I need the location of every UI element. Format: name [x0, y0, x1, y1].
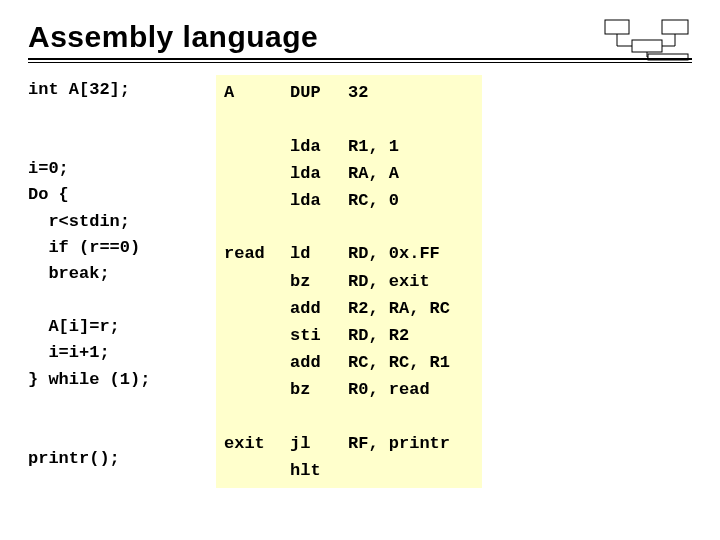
asm-row: readldRD, 0x.FF	[224, 240, 456, 267]
asm-opcode: lda	[290, 133, 348, 160]
asm-row	[224, 106, 456, 132]
asm-row: addR2, RA, RC	[224, 295, 456, 322]
asm-row: ldaRC, 0	[224, 187, 456, 214]
asm-row: addRC, RC, R1	[224, 349, 456, 376]
asm-row: bzR0, read	[224, 376, 456, 403]
svg-rect-0	[605, 20, 629, 34]
svg-rect-3	[648, 54, 688, 60]
asm-args	[348, 457, 456, 484]
asm-label	[224, 187, 290, 214]
asm-args: R2, RA, RC	[348, 295, 456, 322]
asm-opcode: lda	[290, 160, 348, 187]
asm-opcode: sti	[290, 322, 348, 349]
asm-opcode: jl	[290, 430, 348, 457]
svg-rect-2	[632, 40, 662, 52]
asm-opcode: hlt	[290, 457, 348, 484]
asm-opcode: DUP	[290, 79, 348, 106]
asm-opcode: bz	[290, 268, 348, 295]
computer-block-diagram-icon	[602, 18, 692, 62]
asm-row	[224, 404, 456, 430]
asm-args: RD, R2	[348, 322, 456, 349]
rule-thin	[28, 62, 692, 63]
asm-row: ldaR1, 1	[224, 133, 456, 160]
asm-label	[224, 322, 290, 349]
asm-args: RC, 0	[348, 187, 456, 214]
asm-opcode: ld	[290, 240, 348, 267]
source-code: int A[32]; i=0; Do { r<stdin; if (r==0) …	[28, 75, 198, 488]
asm-label	[224, 376, 290, 403]
asm-args: RD, 0x.FF	[348, 240, 456, 267]
asm-label	[224, 457, 290, 484]
asm-label	[224, 268, 290, 295]
slide: Assembly language int A[32]; i=0; Do { r…	[0, 0, 720, 540]
asm-label	[224, 295, 290, 322]
asm-row	[224, 214, 456, 240]
asm-label: exit	[224, 430, 290, 457]
asm-args: RD, exit	[348, 268, 456, 295]
asm-row: ADUP32	[224, 79, 456, 106]
asm-row: exitjlRF, printr	[224, 430, 456, 457]
asm-args: RF, printr	[348, 430, 456, 457]
asm-label	[224, 160, 290, 187]
slide-title: Assembly language	[28, 20, 692, 54]
asm-args: RC, RC, R1	[348, 349, 456, 376]
asm-args: RA, A	[348, 160, 456, 187]
asm-args: R0, read	[348, 376, 456, 403]
asm-args: R1, 1	[348, 133, 456, 160]
asm-args: 32	[348, 79, 456, 106]
asm-opcode: add	[290, 295, 348, 322]
asm-row: ldaRA, A	[224, 160, 456, 187]
asm-opcode: add	[290, 349, 348, 376]
asm-row: hlt	[224, 457, 456, 484]
asm-opcode: lda	[290, 187, 348, 214]
svg-rect-1	[662, 20, 688, 34]
asm-opcode: bz	[290, 376, 348, 403]
asm-label: read	[224, 240, 290, 267]
rule-thick	[28, 58, 692, 60]
asm-label: A	[224, 79, 290, 106]
asm-row: stiRD, R2	[224, 322, 456, 349]
assembly-table: ADUP32ldaR1, 1ldaRA, AldaRC, 0readldRD, …	[224, 79, 456, 484]
asm-row: bzRD, exit	[224, 268, 456, 295]
asm-label	[224, 133, 290, 160]
content-row: int A[32]; i=0; Do { r<stdin; if (r==0) …	[28, 75, 692, 488]
assembly-listing: ADUP32ldaR1, 1ldaRA, AldaRC, 0readldRD, …	[216, 75, 482, 488]
asm-label	[224, 349, 290, 376]
